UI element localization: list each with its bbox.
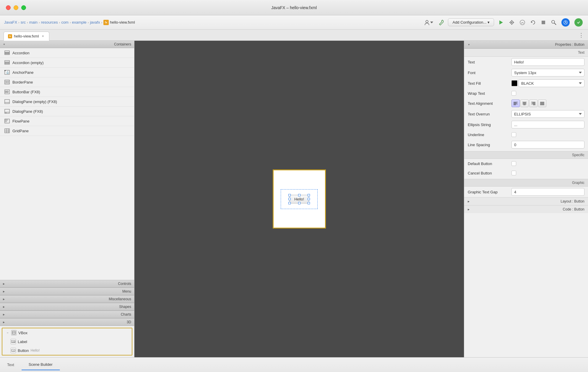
prop-font-value: System 13px xyxy=(511,69,584,76)
containers-section-header[interactable]: ▼ Containers xyxy=(0,41,134,48)
dropdown-arrow-icon xyxy=(430,22,433,23)
component-accordion-empty[interactable]: Accordion (empty) xyxy=(0,58,134,68)
prop-font-select[interactable]: System 13px xyxy=(511,69,584,76)
breadcrumb-com[interactable]: com xyxy=(61,20,69,25)
svg-rect-16 xyxy=(5,61,9,62)
svg-rect-36 xyxy=(5,120,6,120)
search-button[interactable] xyxy=(550,18,558,27)
component-anchorpane[interactable]: ⚓ AnchorPane xyxy=(0,68,134,77)
close-button[interactable] xyxy=(6,5,11,10)
flowpane-icon xyxy=(4,118,10,124)
add-config-dropdown-arrow: ▾ xyxy=(488,20,490,25)
preview-button[interactable]: Hello! xyxy=(289,195,309,203)
align-center-button[interactable] xyxy=(520,99,529,107)
wrench-button[interactable] xyxy=(437,18,446,27)
breadcrumb-src[interactable]: src xyxy=(21,20,26,25)
svg-rect-13 xyxy=(5,51,9,52)
breadcrumb-main[interactable]: main xyxy=(29,20,38,25)
component-gridpane[interactable]: GridPane xyxy=(0,126,134,136)
user-button[interactable] xyxy=(423,18,434,27)
tab-hello-view[interactable]: fx hello-view.fxml ✕ xyxy=(4,32,49,41)
minimize-button[interactable] xyxy=(14,5,18,10)
breadcrumb-javafx2[interactable]: javafx xyxy=(90,20,100,25)
prop-graphictextgap-value xyxy=(511,188,584,196)
prop-underline-label: Underline xyxy=(468,133,509,137)
prop-textoverrun-select[interactable]: ELLIPSIS xyxy=(511,110,584,118)
prop-text-input[interactable] xyxy=(511,58,584,66)
charts-section-header[interactable]: ▶ Charts xyxy=(0,311,134,318)
tabbar-more-button[interactable]: ⋮ xyxy=(579,32,584,38)
svg-rect-29 xyxy=(7,91,8,93)
prop-linespacing-label: Line Spacing xyxy=(468,143,509,147)
prop-textalign: Text Alignment xyxy=(464,98,588,109)
accordion-empty-icon xyxy=(4,60,10,66)
component-borderpane[interactable]: BorderPane xyxy=(0,77,134,87)
misc-section-header[interactable]: ▶ Miscellaneous xyxy=(0,295,134,303)
hierarchy-vbox[interactable]: − VBox xyxy=(2,328,132,337)
maximize-button[interactable] xyxy=(21,5,26,10)
tab-close-button[interactable]: ✕ xyxy=(41,34,45,38)
right-panel: ▼ Properties : Button Text Text Font Sys… xyxy=(464,41,588,357)
profile-button[interactable] xyxy=(518,18,527,27)
component-flowpane[interactable]: FlowPane xyxy=(0,116,134,126)
specific-section-divider: Specific xyxy=(464,151,588,159)
bottom-tab-scenebuilder[interactable]: Scene Builder xyxy=(22,359,60,370)
menu-section-header[interactable]: ▶ Menu xyxy=(0,288,134,295)
prop-defaultbutton-checkbox[interactable] xyxy=(511,161,516,166)
prop-textoverrun: Text Overrun ELLIPSIS xyxy=(464,109,588,119)
prop-textfill-swatch[interactable] xyxy=(511,80,517,86)
component-dialogpane-empty[interactable]: DialogPane (empty) (FX8) xyxy=(0,97,134,107)
anchorpane-icon: ⚓ xyxy=(4,69,10,75)
code-section-row[interactable]: ▶ Code : Button xyxy=(464,205,588,213)
debug-button[interactable] xyxy=(508,18,516,27)
accordion-label: Accordion xyxy=(12,51,30,55)
component-dialogpane[interactable]: DialogPane (FX8) xyxy=(0,107,134,116)
prop-linespacing-input[interactable] xyxy=(511,141,584,149)
component-accordion[interactable]: Accordion xyxy=(0,48,134,58)
breadcrumb-file: fx hello-view.fxml xyxy=(103,20,135,25)
gridpane-label: GridPane xyxy=(12,129,29,133)
svg-rect-22 xyxy=(5,80,9,84)
prop-ellipsisstring-input[interactable] xyxy=(511,121,584,128)
svg-rect-17 xyxy=(5,62,9,63)
3d-section-header[interactable]: ▶ 3D xyxy=(0,318,134,326)
svg-text:⚓: ⚓ xyxy=(6,71,9,74)
shapes-triangle: ▶ xyxy=(3,306,5,308)
align-left-button[interactable] xyxy=(511,99,520,107)
prop-textfill-select[interactable]: BLACK xyxy=(519,79,584,87)
prop-wraptext-value xyxy=(511,91,584,96)
run-button[interactable] xyxy=(496,18,505,27)
misc-triangle: ▶ xyxy=(3,298,5,301)
prop-cancelbutton-label: Cancel Button xyxy=(468,171,509,175)
controls-section-header[interactable]: ▶ Controls xyxy=(0,280,134,288)
breadcrumb-example[interactable]: example xyxy=(72,20,87,25)
main-layout: ▼ Containers Accordion xyxy=(0,41,588,357)
breadcrumb-resources[interactable]: resources xyxy=(41,20,58,25)
properties-scroll[interactable]: Text Font System 13px Text Fill xyxy=(464,57,588,357)
green-action-button[interactable] xyxy=(573,17,584,28)
prop-wraptext-checkbox[interactable] xyxy=(511,91,516,96)
hierarchy-button[interactable]: OK Button Hello! xyxy=(2,346,132,355)
component-buttonbar[interactable]: ButtonBar (FX8) xyxy=(0,87,134,97)
breadcrumb-sep-3: › xyxy=(39,21,40,24)
prop-defaultbutton: Default Button xyxy=(464,159,588,168)
breadcrumb-javafx[interactable]: JavaFX xyxy=(4,20,17,25)
stop-button[interactable] xyxy=(540,19,547,26)
align-justify-button[interactable] xyxy=(538,99,546,107)
hierarchy-label[interactable]: abc Label xyxy=(2,337,132,346)
add-configuration-button[interactable]: Add Configuration... ▾ xyxy=(448,18,494,26)
window-title: JavaFX – hello-view.fxml xyxy=(271,5,317,10)
bottom-tab-text[interactable]: Text xyxy=(0,360,22,370)
containers-scrollable[interactable]: Accordion Accordion (empty) xyxy=(0,48,134,280)
align-right-button[interactable] xyxy=(529,99,537,107)
prop-cancelbutton-checkbox[interactable] xyxy=(511,171,516,175)
containers-list-area: Accordion Accordion (empty) xyxy=(0,48,134,280)
shapes-section-header[interactable]: ▶ Shapes xyxy=(0,303,134,311)
layout-section-row[interactable]: ▶ Layout : Button xyxy=(464,197,588,205)
prop-underline-checkbox[interactable] xyxy=(511,132,516,137)
update-button[interactable] xyxy=(560,17,571,28)
breadcrumb-sep-6: › xyxy=(88,21,89,24)
reload-button[interactable] xyxy=(529,18,537,27)
prop-graphictextgap-input[interactable] xyxy=(511,188,584,196)
vbox-toggle[interactable]: − xyxy=(5,330,10,335)
